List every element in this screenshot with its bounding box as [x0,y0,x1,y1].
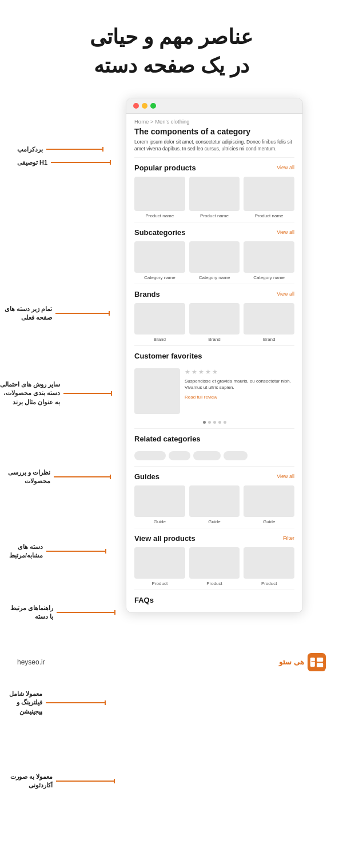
breadcrumb: Home > Men's clothing [126,114,302,126]
brand-image-1 [134,303,185,335]
related-tag-4[interactable] [224,451,248,460]
annotation-breadcrumb: بردکرامب [17,146,103,153]
annotation-reviews-label: نظرات و بررسیمحصولات [8,468,50,486]
read-full-review[interactable]: Read full review [185,395,217,400]
annotation-faqs: معمولا به صورتآکاردئونی [10,773,115,790]
subcategory-image-2 [189,241,240,273]
subcategories-title: Subcategories [134,228,186,237]
filter-button[interactable]: Filter [283,535,294,541]
guide-label-1: Guide [154,519,166,524]
subcategory-card-3: Category name [244,241,294,280]
heyseo-logo-icon [308,653,326,671]
product-image-1 [134,177,185,211]
related-tag-2[interactable] [169,451,190,460]
close-dot [133,103,139,109]
annotation-reviews: نظرات و بررسیمحصولات [8,468,111,486]
maximize-dot [150,103,156,109]
subcategory-cards: Category name Category name Category nam… [134,241,294,280]
annotation-h1-line [51,162,111,163]
annotation-subcategories: تمام زیر دسته هایصفحه فعلی [5,305,110,322]
annotation-related-label: دسته هایمشابه/مرتبط [9,543,43,560]
guides-view-all[interactable]: View all [277,473,294,479]
carousel-dot-1[interactable] [203,421,206,424]
listing-label-1: Product [152,581,168,586]
annotation-subcategories-line [55,313,110,314]
annotation-breadcrumb-label: بردکرامب [17,146,43,153]
browser-mockup: Home > Men's clothing The components of … [126,98,303,613]
faqs-title: FAQs [134,596,154,604]
annotation-breadcrumb-line [46,149,103,150]
footer: heyseo.ir هی سئو [0,642,343,683]
carousel-dots [126,419,302,428]
brand-image-3 [244,303,294,335]
review-content: ★★★★★ Suspendisse et gravida mauris, eu … [185,368,294,414]
annotation-guides-label: راهنماهای مرتبطبا دسته [10,604,53,622]
product-label-1: Product name [145,213,174,218]
brands-view-all[interactable]: View all [277,291,294,297]
svg-rect-4 [311,661,316,662]
brands-title: Brands [134,290,160,298]
browser-topbar [126,98,302,114]
brand-label-1: Brand [154,337,166,342]
guide-card-3: Guide [244,485,294,524]
guide-card-1: Guide [134,485,185,524]
brands-section: Brands View all Brand Brand [126,284,302,345]
annotation-related: دسته هایمشابه/مرتبط [9,543,106,560]
guide-cards: Guide Guide Guide [134,485,294,524]
brand-label-3: Brand [263,337,275,342]
subcategory-image-3 [244,241,294,273]
listing-card-1: Product [134,547,185,586]
carousel-dot-5[interactable] [224,421,226,424]
product-card-1: Product name [134,177,185,218]
page-title: عناصر مهم و حیاتی در یک صفحه دسته [0,0,343,98]
guides-section: Guides View all Guide Guide [126,467,302,528]
footer-site: heyseo.ir [17,658,45,666]
subcategory-label-2: Category name [199,275,230,280]
brand-card-2: Brand [189,303,240,342]
listing-card-2: Product [189,547,240,586]
category-h1: The components of a category [134,127,294,136]
footer-logo-text: هی سئو [279,658,304,666]
review-text: Suspendisse et gravida mauris, eu consec… [185,378,294,391]
brand-image-2 [189,303,240,335]
annotation-guides-line [57,612,115,613]
related-tag-1[interactable] [134,451,166,460]
carousel-dot-3[interactable] [213,421,216,424]
review-image [134,368,180,414]
listing-image-2 [189,547,240,579]
product-card-2: Product name [189,177,240,218]
popular-view-all[interactable]: View all [277,165,294,170]
popular-title: Popular products [134,164,196,172]
subcategories-section: Subcategories View all Category name Cat… [126,222,302,284]
carousel-dot-4[interactable] [218,421,221,424]
brand-card-3: Brand [244,303,294,342]
carousel-dot-2[interactable] [208,421,211,424]
browser-content: Home > Men's clothing The components of … [126,114,302,612]
annotation-products-label: معمولا شاملفیلترینگ وپیجینیشن [9,690,42,716]
annotation-subcategories-label: تمام زیر دسته هایصفحه فعلی [5,305,52,322]
popular-cards: Product name Product name Product name [134,177,294,218]
annotation-brands: سایر روش های احتمالیدسته بندی محصولات،به… [0,380,112,407]
subcategory-card-1: Category name [134,241,185,280]
product-label-2: Product name [200,213,229,218]
guide-label-2: Guide [208,519,220,524]
guide-label-3: Guide [263,519,275,524]
subcategories-view-all[interactable]: View all [277,229,294,235]
related-tag-3[interactable] [193,451,221,460]
view-all-products-section: View all products Filter Product Product [126,528,302,590]
svg-rect-3 [317,663,323,667]
product-card-3: Product name [244,177,294,218]
review-box: ★★★★★ Suspendisse et gravida mauris, eu … [126,368,302,419]
annotation-faqs-label: معمولا به صورتآکاردئونی [10,773,53,790]
subcategory-label-1: Category name [144,275,176,280]
star-rating: ★★★★★ [185,368,294,376]
annotation-related-line [46,551,106,552]
annotation-brands-label: سایر روش های احتمالیدسته بندی محصولات،به… [0,380,60,407]
related-categories-section: Related categories [126,429,302,451]
listing-card-3: Product [244,547,294,586]
annotation-products: معمولا شاملفیلترینگ وپیجینیشن [9,690,106,716]
product-label-3: Product name [255,213,284,218]
all-products-title: View all products [134,534,196,543]
guide-image-2 [189,485,240,517]
faqs-section: FAQs [126,590,302,612]
